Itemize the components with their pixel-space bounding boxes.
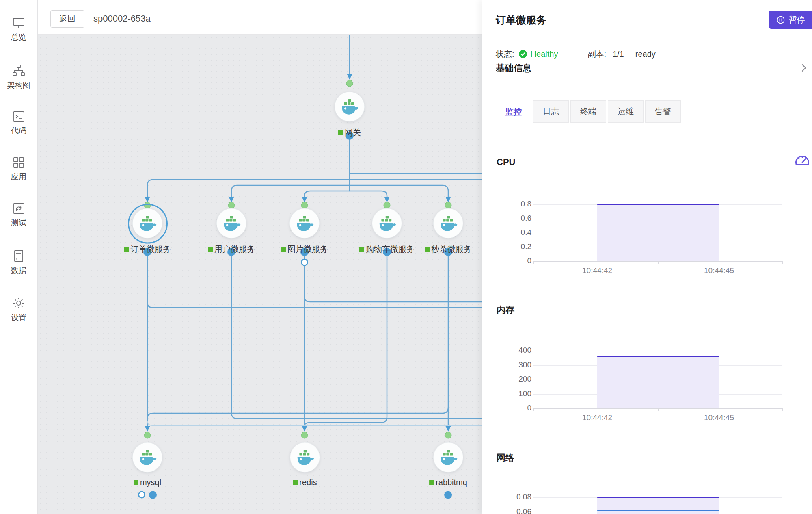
node-dot-row [301,258,308,267]
node-dot-row [138,491,157,499]
node-label: rabbitmq [429,478,467,487]
status-value: Healthy [531,50,558,59]
sidebar-item-label: 测试 [11,217,26,228]
node-circle[interactable] [132,442,162,473]
docker-icon [138,449,157,466]
replica-label: 副本: [587,49,606,60]
back-button[interactable]: 返回 [50,10,84,28]
pause-label: 暂停 [789,14,805,25]
node-circle[interactable] [289,208,320,239]
node-circle[interactable] [372,208,402,239]
node-image[interactable]: 图片微服务 [281,208,328,267]
y-tick-label: 300 [497,360,531,369]
replica-state: ready [635,50,656,59]
node-circle[interactable] [433,442,463,473]
gauge-icon[interactable] [794,153,811,169]
x-tick-label: 10:44:42 [573,266,622,275]
docker-icon [222,215,241,232]
docker-icon [377,215,397,232]
series-fill [597,497,719,514]
green-status-square [429,480,434,485]
sidebar-item-overview[interactable]: 总览 [0,17,37,43]
series-line-net-out [597,497,719,498]
app-root: 总览架构图代码应用测试数据设置 « 返回 sp00002-653a [0,0,812,514]
canvas-toolbar: 返回 sp00002-653a [38,0,482,35]
settings-icon [12,297,25,310]
architecture-icon [12,64,26,77]
x-tick-label: 10:44:45 [695,413,743,422]
series-fill [597,204,719,261]
detail-panel: 订单微服务 暂停 状态: Healthy 副本: 1/1 ready 基础信息 [482,0,812,514]
basic-info-heading: 基础信息 [496,62,531,74]
data-icon [13,249,25,262]
sidebar-item-apps[interactable]: 应用 [0,156,37,182]
docker-icon [340,98,359,115]
node-circle[interactable] [290,442,320,473]
node-mysql[interactable]: mysql [132,442,162,499]
instance-dot-filled [149,491,157,499]
y-tick-label: 0.06 [497,507,531,514]
section-label: 网络 [497,452,514,464]
docker-icon [438,215,458,232]
sidebar-item-settings[interactable]: 设置 [0,297,37,323]
node-circle[interactable] [132,208,162,239]
series-line-memory [597,356,719,357]
green-status-square [359,247,364,252]
node-label: 用户微服务 [208,244,255,255]
y-tick-label: 0.4 [497,228,531,237]
node-circle[interactable] [216,208,246,239]
node-label: redis [293,478,317,487]
node-label: 网关 [338,127,361,138]
series-line-net-in [597,510,719,511]
tab-日志[interactable]: 日志 [533,100,569,123]
green-status-square [425,247,430,252]
apps-icon [12,156,25,169]
sidebar-item-architecture[interactable]: 架构图 [0,64,37,91]
node-user[interactable]: 用户微服务 [208,208,255,267]
node-redis[interactable]: redis [290,442,320,499]
y-tick-label: 0.6 [497,214,531,223]
node-circle[interactable] [335,92,365,122]
green-status-square [124,247,129,252]
pause-icon [776,15,785,24]
sidebar-item-label: 设置 [11,312,26,323]
instance-dot-open [301,259,308,266]
replica-value: 1/1 [613,50,624,59]
tab-告警[interactable]: 告警 [645,100,681,123]
node-circle[interactable] [433,208,463,239]
code-icon [12,111,25,123]
node-gateway[interactable]: 网关 [335,92,365,150]
node-order[interactable]: 订单微服务 [124,208,171,267]
topology-canvas[interactable]: 网关订单微服务用户微服务图片微服务购物车微服务秒杀微服务mysqlredisra… [38,35,482,514]
tab-bar: 监控日志终端运维告警 [482,100,812,123]
tab-监控[interactable]: 监控 [496,100,531,123]
tab-运维[interactable]: 运维 [608,100,644,123]
y-tick-label: 0.08 [497,492,531,501]
green-status-square [338,130,343,135]
status-row: 状态: Healthy 副本: 1/1 ready [496,49,656,59]
instance-dot-open [138,491,145,499]
sidebar-item-data[interactable]: 数据 [0,249,37,276]
sidebar-item-test[interactable]: 测试 [0,202,37,228]
section-label: 内存 [497,304,514,316]
docker-icon [295,449,315,466]
divider [482,40,812,40]
sidebar-item-label: 架构图 [7,80,30,91]
chevron-right-icon[interactable] [800,63,808,72]
node-rabbitmq[interactable]: rabbitmq [429,442,467,499]
green-status-square [281,247,286,252]
sidebar-item-label: 应用 [11,171,26,182]
x-tick-label: 10:44:45 [695,266,743,275]
node-seckill[interactable]: 秒杀微服务 [425,208,472,267]
panel-title: 订单微服务 [496,13,546,27]
y-tick-label: 0.2 [497,242,531,251]
tab-终端[interactable]: 终端 [570,100,606,123]
y-tick-label: 400 [497,346,531,355]
node-dot-row [445,491,452,499]
series-line-cpu [597,204,719,205]
sidebar-item-code[interactable]: 代码 [0,111,37,136]
overview-icon [12,17,25,29]
node-cart[interactable]: 购物车微服务 [359,208,415,267]
series-fill [597,356,719,408]
pause-button[interactable]: 暂停 [769,11,812,29]
